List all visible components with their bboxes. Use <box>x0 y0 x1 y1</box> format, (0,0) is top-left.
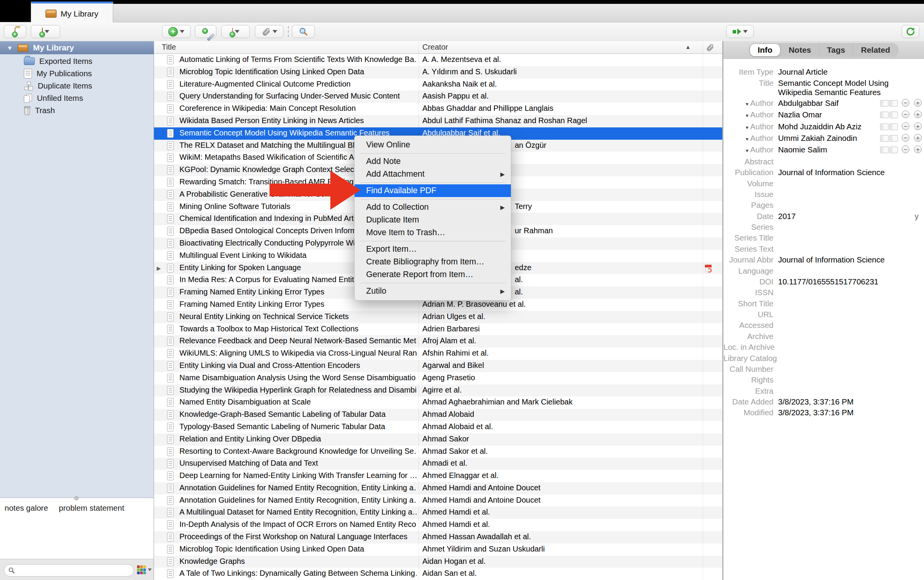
context-menu-item[interactable]: Zutilo ▶ <box>355 285 511 298</box>
info-field-row[interactable]: Archive <box>723 331 924 342</box>
panel-tab[interactable]: Related <box>853 44 898 56</box>
table-row[interactable]: ▶ WikiUMLS: Aligning UMLS to Wikipedia v… <box>154 348 722 360</box>
name-mode-toggle-icon[interactable] <box>889 100 898 107</box>
context-menu-item[interactable]: Move Item to Trash… ▶ <box>355 226 511 239</box>
tag-search-field[interactable] <box>4 564 134 577</box>
context-menu-item[interactable]: ▶ <box>360 153 506 154</box>
sidebar-item[interactable]: My Publications <box>0 67 154 80</box>
info-field-row[interactable]: Abstract <box>723 156 924 167</box>
info-field-row[interactable]: Short Title <box>723 298 924 309</box>
table-row[interactable]: ▶ Coreference in Wikipedia: Main Concept… <box>154 103 722 115</box>
author-field-label[interactable]: ▾ Author <box>723 99 778 109</box>
new-library-button[interactable] <box>31 25 60 38</box>
info-field-row[interactable]: Library Catalog <box>723 353 924 363</box>
table-row[interactable]: ▶ Typology-Based Semantic Labeling of Nu… <box>154 421 722 433</box>
context-menu-item[interactable]: ▶ <box>360 199 506 199</box>
name-mode-toggle-icon[interactable] <box>889 135 898 142</box>
table-row[interactable]: ▶ Resorting to Context-Aware Background … <box>154 446 722 458</box>
context-menu-item[interactable]: Find Available PDF ▶ <box>355 184 511 197</box>
name-mode-toggle-icon[interactable] <box>880 147 889 153</box>
sync-button[interactable] <box>902 25 919 38</box>
field-value[interactable]: 3/8/2023, 3:37:16 PM <box>778 408 916 417</box>
chevron-down-icon[interactable] <box>148 568 152 571</box>
sidebar-item[interactable]: Duplicate Items <box>0 80 154 92</box>
info-field-row[interactable]: Publication Journal of Information Scien… <box>723 167 924 178</box>
context-menu-item[interactable]: Create Bibliography from Item… ▶ <box>355 256 511 268</box>
remove-author-button[interactable]: − <box>902 99 909 107</box>
author-field-label[interactable]: ▾ Author <box>723 110 778 120</box>
info-field-row[interactable]: Series <box>723 222 924 232</box>
tag-search-input[interactable] <box>17 566 123 575</box>
table-row[interactable]: ▶ Wikidata Based Person Entity Linking i… <box>154 115 722 127</box>
field-value[interactable]: Journal Article <box>778 67 916 77</box>
add-by-identifier-button[interactable] <box>195 25 216 38</box>
add-author-button[interactable]: + <box>914 122 922 130</box>
table-row[interactable]: ▶ Annotation Guidelines for Named Entity… <box>154 482 722 495</box>
info-field-row[interactable]: Pages <box>723 200 924 211</box>
new-item-button[interactable] <box>162 25 191 38</box>
context-menu-item[interactable]: ▶ <box>360 182 506 183</box>
table-row[interactable]: ▶ Named Entity Disambiguation at Scale A… <box>154 396 722 409</box>
panel-tab[interactable]: Info <box>750 43 780 57</box>
new-note-button[interactable] <box>221 25 250 38</box>
field-value[interactable]: Semantic Concept Model Using Wikipedia S… <box>778 79 916 97</box>
info-field-row[interactable]: Extra <box>723 386 924 396</box>
add-author-button[interactable]: + <box>914 99 922 107</box>
name-mode-toggle-icon[interactable] <box>880 135 889 142</box>
column-header-title[interactable]: Title <box>162 43 176 52</box>
context-menu-item[interactable]: Add to Collection ▶ <box>355 201 511 214</box>
table-row[interactable]: ▶ Neural Entity Linking on Technical Ser… <box>154 311 722 323</box>
table-row[interactable]: ▶ In-Depth Analysis of the Impact of OCR… <box>154 519 722 531</box>
name-mode-toggle-icon[interactable] <box>880 112 889 118</box>
remove-author-button[interactable]: − <box>902 145 909 153</box>
info-field-row[interactable]: Loc. in Archive <box>723 342 924 353</box>
info-field-row[interactable]: Modified 3/8/2023, 3:37:16 PM <box>723 407 924 418</box>
info-field-row[interactable]: Volume <box>723 178 924 189</box>
table-row[interactable]: ▶ Microblog Topic Identification Using L… <box>154 543 722 556</box>
table-row[interactable]: ▶ Name Disambiguation Analysis Using the… <box>154 372 722 384</box>
remove-author-button[interactable]: − <box>902 122 909 130</box>
table-row[interactable]: ▶ Unsupervised Matching of Data and Text… <box>154 458 722 470</box>
panel-tab[interactable]: Tags <box>819 44 853 56</box>
field-value[interactable]: 10.1177/0165551517706231 <box>778 277 916 286</box>
remove-author-button[interactable]: − <box>902 134 909 142</box>
sidebar-item[interactable]: Unfiled Items <box>0 92 154 104</box>
info-field-row[interactable]: URL <box>723 309 924 320</box>
table-row[interactable]: ▶ Studying the Wikipedia Hyperlink Graph… <box>154 384 722 397</box>
splitter-handle-icon[interactable] <box>74 496 79 500</box>
info-field-row[interactable]: Rights <box>723 374 924 385</box>
name-mode-toggle-icon[interactable] <box>880 100 889 107</box>
table-row[interactable]: ▶ Entity Linking via Dual and Cross-Atte… <box>154 360 722 372</box>
name-mode-toggle-icon[interactable] <box>880 124 889 130</box>
table-row[interactable]: ▶ Relation and Entity Linking Over DBped… <box>154 433 722 446</box>
info-field-row[interactable]: Issue <box>723 189 924 200</box>
info-field-row[interactable]: DOI 10.1177/0165551517706231 <box>723 276 924 287</box>
new-collection-button[interactable] <box>4 25 26 38</box>
table-row[interactable]: ▶ Relevance Feedback and Deep Neural Net… <box>154 335 722 348</box>
table-row[interactable]: ▶ Automatic Linking of Terms From Scient… <box>154 54 722 66</box>
chevron-down-icon[interactable]: ▾ <box>746 112 748 119</box>
tab-my-library[interactable]: My Library <box>31 2 113 24</box>
table-row[interactable]: ▶ Knowledge Graphs Aidan Hogan et al. <box>154 556 722 568</box>
add-attachment-button[interactable] <box>255 25 283 38</box>
info-field-row[interactable]: Series Text <box>723 244 924 254</box>
context-menu-item[interactable]: Duplicate Item ▶ <box>355 214 511 226</box>
context-menu-item[interactable]: Generate Report from Item… ▶ <box>355 268 511 281</box>
author-row[interactable]: ▾ Author Abdulgabbar Saif − + <box>723 98 924 109</box>
collapse-triangle-icon[interactable]: ▼ <box>7 45 13 51</box>
sidebar-item[interactable]: Trash <box>0 104 154 117</box>
chevron-down-icon[interactable]: ▾ <box>746 101 748 107</box>
advanced-search-button[interactable] <box>292 25 315 38</box>
info-field-row[interactable]: Language <box>723 265 924 276</box>
author-row[interactable]: ▾ Author Nazlia Omar − + <box>723 109 924 121</box>
add-author-button[interactable]: + <box>914 134 922 142</box>
author-row[interactable]: ▾ Author Ummi Zakiah Zainodin − + <box>723 133 924 144</box>
name-mode-toggle-icon[interactable] <box>889 124 898 130</box>
context-menu-item[interactable]: Add Attachment ▶ <box>355 168 511 181</box>
table-row[interactable]: ▶ Annotation Guidelines for Named Entity… <box>154 495 722 507</box>
author-field-label[interactable]: ▾ Author <box>723 145 778 155</box>
chevron-down-icon[interactable]: ▾ <box>746 124 748 130</box>
author-row[interactable]: ▾ Author Naomie Salim − + <box>723 144 924 156</box>
author-field-label[interactable]: ▾ Author <box>723 134 778 144</box>
field-value[interactable]: 2017 <box>778 212 916 221</box>
